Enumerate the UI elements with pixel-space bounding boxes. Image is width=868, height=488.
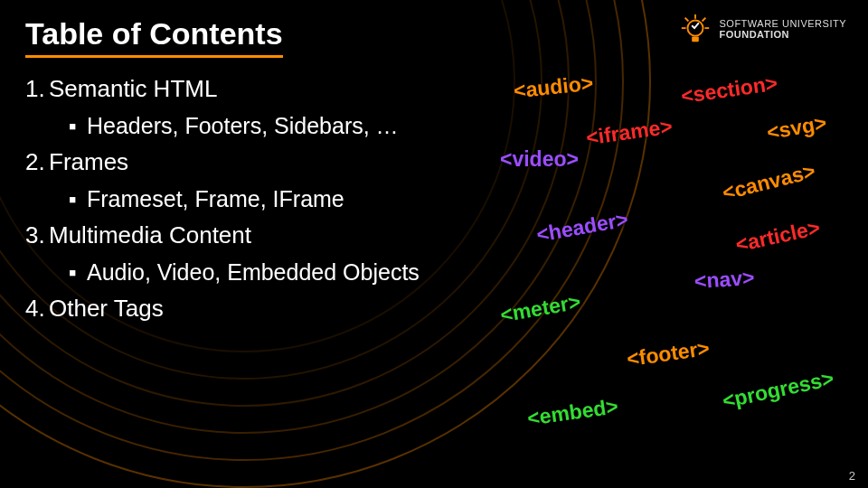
logo-line2: FOUNDATION	[720, 30, 847, 41]
toc-label: Frames	[49, 148, 128, 175]
toc-number: 1.	[25, 70, 49, 107]
tag-audio: <audio>	[513, 70, 595, 103]
tag-svg: <svg>	[765, 110, 828, 145]
toc-label: Other Tags	[49, 295, 164, 322]
tag-video: <video>	[500, 147, 579, 172]
logo: SOFTWARE UNIVERSITY FOUNDATION	[678, 13, 847, 47]
tag-meter: <meter>	[498, 289, 582, 327]
tag-section: <section>	[680, 71, 779, 109]
toc-sub-2: ▪Frameset, Frame, IFrame	[25, 182, 477, 217]
lightbulb-icon	[678, 13, 712, 47]
logo-text: SOFTWARE UNIVERSITY FOUNDATION	[720, 19, 847, 40]
toc-item-1: 1.Semantic HTML	[25, 70, 477, 107]
tag-article: <article>	[733, 215, 822, 257]
page-number: 2	[849, 469, 855, 483]
toc-number: 3.	[25, 217, 49, 253]
tag-nav: <nav>	[693, 266, 755, 295]
toc-item-4: 4.Other Tags	[25, 290, 477, 326]
tag-cloud: <audio> <section> <iframe> <svg> <video>…	[486, 70, 843, 328]
bullet-icon: ▪	[69, 255, 87, 290]
slide: SOFTWARE UNIVERSITY FOUNDATION Table of …	[0, 0, 868, 488]
toc-sub-label: Headers, Footers, Sidebars, …	[87, 113, 399, 138]
tag-progress: <progress>	[721, 366, 836, 413]
bullet-icon: ▪	[69, 182, 87, 217]
toc-number: 2.	[25, 144, 49, 180]
toc-item-3: 3.Multimedia Content	[25, 217, 477, 253]
tag-canvas: <canvas>	[720, 159, 817, 206]
toc-sub-3: ▪Audio, Video, Embedded Objects	[25, 255, 477, 290]
toc-number: 4.	[25, 290, 49, 326]
tag-embed: <embed>	[526, 394, 620, 431]
toc-sub-label: Frameset, Frame, IFrame	[87, 186, 344, 211]
bullet-icon: ▪	[69, 108, 87, 144]
toc-sub-1: ▪Headers, Footers, Sidebars, …	[25, 108, 477, 144]
toc-label: Multimedia Content	[49, 221, 251, 249]
toc-label: Semantic HTML	[49, 75, 217, 102]
svg-line-2	[684, 18, 688, 22]
tag-footer: <footer>	[626, 336, 712, 372]
tag-header: <header>	[534, 207, 629, 247]
page-title: Table of Contents	[25, 16, 283, 58]
toc-sub-label: Audio, Video, Embedded Objects	[87, 259, 420, 285]
toc-item-2: 2.Frames	[25, 144, 477, 180]
tag-iframe: <iframe>	[585, 114, 675, 150]
toc-list: 1.Semantic HTML ▪Headers, Footers, Sideb…	[25, 70, 477, 328]
svg-line-3	[702, 18, 705, 22]
svg-rect-6	[692, 37, 699, 42]
